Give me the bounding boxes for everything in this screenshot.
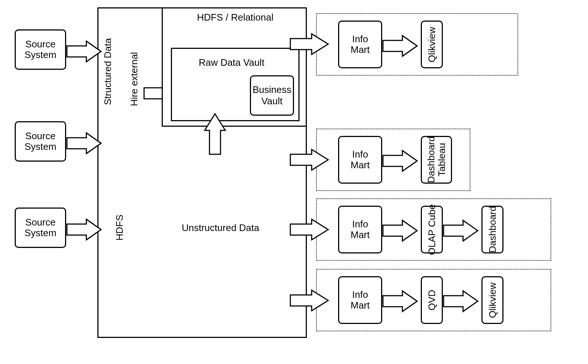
lane3-output-label: Dashboard <box>487 206 498 253</box>
svg-marker-5 <box>290 34 328 54</box>
lane4-mid: QVD <box>421 276 443 324</box>
svg-marker-4 <box>205 114 225 154</box>
svg-marker-7 <box>290 149 328 170</box>
lane1-info-mart: Info Mart <box>338 21 382 68</box>
svg-marker-6 <box>383 36 417 56</box>
arrow-lane3-b <box>443 220 480 242</box>
unstructured-data-label: Unstructured Data <box>173 222 268 234</box>
lane1-output: Qlikview <box>421 21 443 68</box>
lane4-info-mart: Info Mart <box>338 276 382 324</box>
hire-external-label: Hire external <box>129 44 140 114</box>
svg-marker-0 <box>67 41 101 62</box>
structured-data-label: Structured Data <box>102 26 114 118</box>
raw-data-vault-label: Raw Data Vault <box>184 57 279 68</box>
lane3-info-mart: Info Mart <box>338 206 382 253</box>
arrow-hdfs-lane2 <box>290 149 330 171</box>
arrow-source1-hdfs <box>66 40 103 62</box>
lane3-mid-label: OLAP Cube <box>427 204 437 255</box>
source-system-3: Source System <box>15 208 66 248</box>
arrow-hdfs-lane3 <box>290 219 330 241</box>
hdfs-relational-header: HDFS / Relational <box>184 12 287 23</box>
arrow-source2-hdfs <box>66 132 103 154</box>
svg-marker-11 <box>444 220 478 241</box>
arrow-lane4-b <box>443 290 480 312</box>
lane2-output-label: Dashboard Tableau <box>426 136 447 183</box>
hdfs-label: HDFS <box>114 206 125 250</box>
svg-marker-12 <box>290 290 328 311</box>
lane4-output-label: Qlikview <box>487 282 498 318</box>
svg-marker-2 <box>67 219 101 240</box>
arrow-up-to-vault <box>204 112 226 156</box>
source-system-1: Source System <box>15 29 66 70</box>
arrow-lane3-a <box>382 220 419 242</box>
lane4-output: Qlikview <box>481 276 503 324</box>
lane2-info-mart: Info Mart <box>338 136 382 184</box>
lane4-mid-label: QVD <box>427 290 437 310</box>
arrow-lane4-a <box>382 290 419 312</box>
svg-marker-1 <box>67 133 101 154</box>
svg-marker-9 <box>290 219 328 240</box>
svg-marker-14 <box>444 291 478 311</box>
lane3-mid: OLAP Cube <box>421 206 443 253</box>
arrow-hdfs-lane4 <box>290 289 330 311</box>
svg-marker-13 <box>383 291 417 311</box>
arrow-source3-hdfs <box>66 219 103 241</box>
arrow-vault-lane1 <box>290 33 330 55</box>
arrow-lane2-a <box>382 150 419 172</box>
lane2-output: Dashboard Tableau <box>421 136 452 184</box>
lane1-output-label: Qlikview <box>427 27 437 62</box>
lane3-output: Dashboard <box>481 206 503 253</box>
svg-marker-10 <box>383 220 417 241</box>
business-vault-box: Business Vault <box>250 75 294 116</box>
svg-marker-8 <box>383 151 417 171</box>
source-system-2: Source System <box>15 121 66 162</box>
arrow-lane1-a <box>382 35 419 57</box>
diagram-stage: Structured Data Hire external HDFS Unstr… <box>0 0 588 364</box>
